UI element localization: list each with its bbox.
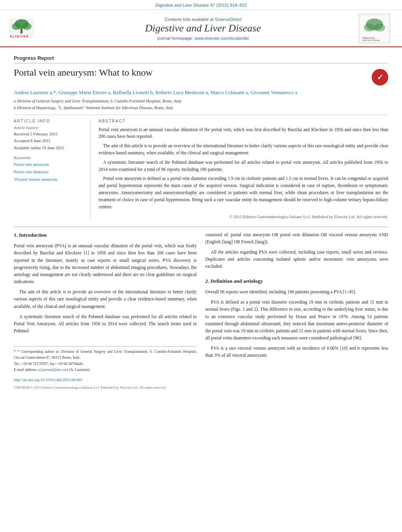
footnote-email[interactable]: a.laurenzi@me.com — [38, 368, 68, 372]
history-label: Article history: — [14, 126, 85, 130]
doi-line[interactable]: http://dx.doi.org/10.1016/j.dld.2015.06.… — [14, 377, 197, 383]
affiliation-a: a Division of General Surgery and Liver … — [14, 98, 388, 105]
svg-point-9 — [374, 24, 385, 32]
svg-rect-4 — [20, 29, 22, 33]
section2-title: 2. Definition and aetiology — [205, 277, 388, 285]
body-sec2-para-3: PVA is a rare visceral venous aneurysm w… — [205, 345, 388, 359]
affiliation-b: b Division of Hepatology, "L. Spallanzan… — [14, 105, 388, 111]
journal-homepage: journal homepage: www.elsevier.com/locat… — [55, 36, 351, 41]
abstract-col: ABSTRACT Portal vein aneurysm is an unus… — [99, 119, 388, 220]
elsevier-logo-svg: ELSEVIER — [8, 17, 45, 39]
elsevier-logo: ELSEVIER — [8, 17, 47, 40]
abstract-para-3: A systematic literature search of the Pu… — [99, 159, 388, 173]
sciencedirect-link[interactable]: ScienceDirect — [215, 17, 242, 22]
body-right-para-2: All the articles regarding PVA were coll… — [205, 248, 388, 270]
footnote-email-line: E-mail address: a.laurenzi@me.com (A. La… — [14, 367, 197, 373]
body-para-1: Portal vein aneurysm (PVA) is an unusual… — [14, 242, 197, 285]
body-para-3: A systematic literature search of the Pu… — [14, 313, 197, 334]
svg-text:ELSEVIER: ELSEVIER — [10, 35, 29, 38]
journal-title-header: Digestive and Liver Disease — [55, 22, 351, 34]
authors-line: Andrea Laurenzi a,*, Giuseppe Maria Etto… — [14, 89, 388, 96]
svg-text:and Liver Disease: and Liver Disease — [363, 39, 380, 41]
homepage-link[interactable]: www.elsevier.com/locate/dld — [194, 36, 249, 41]
keyword-3: Visceral venous aneurysm — [14, 176, 85, 184]
received-date: Received 5 February 2015 — [14, 131, 85, 138]
abstract-text: Portal vein aneurysm is an unusual vascu… — [99, 126, 388, 220]
abstract-title: ABSTRACT — [99, 119, 388, 123]
crossmark-badge: ✓ — [372, 69, 388, 85]
body-para-2: The aim of this article is to provide an… — [14, 288, 197, 310]
svg-point-3 — [22, 23, 32, 30]
divider-1 — [14, 115, 388, 115]
keywords-label: Keywords: — [14, 156, 85, 160]
article-title: Portal vein aneurysm: What to know — [14, 67, 367, 78]
article-info-abstract-row: ARTICLE INFO Article history: Received 5… — [14, 119, 388, 220]
accepted-date: Accepted 8 June 2015 — [14, 137, 85, 145]
contents-label: Contents lists available at ScienceDirec… — [55, 17, 351, 22]
article-info-col: ARTICLE INFO Article history: Received 5… — [14, 119, 91, 220]
main-content: Progress Report Portal vein aneurysm: Wh… — [0, 47, 402, 398]
available-date: Available online 19 June 2015 — [14, 145, 85, 152]
body-sec2-para-2: PVA is defined as a portal vein diameter… — [205, 298, 388, 341]
abstract-para-1: Portal vein aneurysm is an unusual vascu… — [99, 126, 388, 141]
keyword-2: Portal vein dilatation — [14, 169, 85, 176]
footnotes-section: * * Corresponding author at: Division of… — [14, 346, 197, 373]
divider-2 — [14, 226, 388, 227]
journal-header-center: Contents lists available at ScienceDirec… — [47, 17, 359, 41]
journal-logo-box: Digestive and Liver Disease — [359, 14, 390, 43]
footer-line: 1590-8658/© 2015 Editrice Gastroenterolo… — [14, 385, 197, 390]
abstract-copyright: © 2015 Editrice Gastroenterologica Itali… — [99, 214, 388, 220]
abstract-para-4: Portal vein aneurysm is defined as a por… — [99, 175, 388, 210]
journal-logo-icon: Digestive and Liver Disease — [361, 16, 388, 41]
body-two-col: 1. Introduction Portal vein aneurysm (PV… — [14, 231, 388, 390]
section1-title: 1. Introduction — [14, 231, 197, 239]
footnote-author-name: (A. Laurenzi). — [69, 368, 90, 372]
svg-point-8 — [364, 24, 375, 32]
citation-text: Digestive and Liver Disease 47 (2015) 91… — [155, 3, 247, 7]
keyword-1: Portal vein aneurysm — [14, 161, 85, 169]
journal-header: ELSEVIER Contents lists available at Sci… — [0, 10, 402, 47]
footnote-tel: Tel.: +39 06 55170597; fax: +39 06 58704… — [14, 361, 197, 367]
body-right-col: consisted of: portal vein aneurysm OR po… — [205, 231, 388, 390]
body-left-col: 1. Introduction Portal vein aneurysm (PV… — [14, 231, 197, 390]
progress-report-label: Progress Report — [14, 55, 388, 63]
top-bar: Digestive and Liver Disease 47 (2015) 91… — [0, 0, 402, 10]
article-info-title: ARTICLE INFO — [14, 119, 85, 123]
affiliations: a Division of General Surgery and Liver … — [14, 98, 388, 111]
body-sec2-para-1: Overall 96 reports were identified, incl… — [205, 288, 388, 295]
article-title-row: Portal vein aneurysm: What to know ✓ — [14, 67, 388, 85]
abstract-para-2: The aim of this article is to provide an… — [99, 143, 388, 157]
body-right-para-1: consisted of: portal vein aneurysm OR po… — [205, 231, 388, 245]
svg-point-2 — [12, 23, 21, 30]
footnote-star-line: * * Corresponding author at: Division of… — [14, 349, 197, 361]
